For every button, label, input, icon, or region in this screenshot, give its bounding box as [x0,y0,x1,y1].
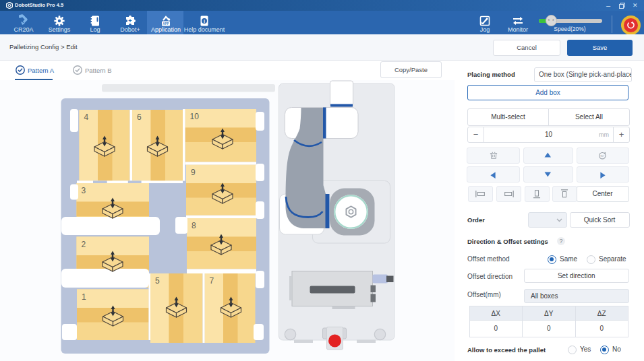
svg-text:90°: 90° [600,154,604,158]
svg-text:i: i [204,19,205,24]
svg-text:APP: APP [163,22,169,26]
svg-text:+: + [128,18,131,24]
